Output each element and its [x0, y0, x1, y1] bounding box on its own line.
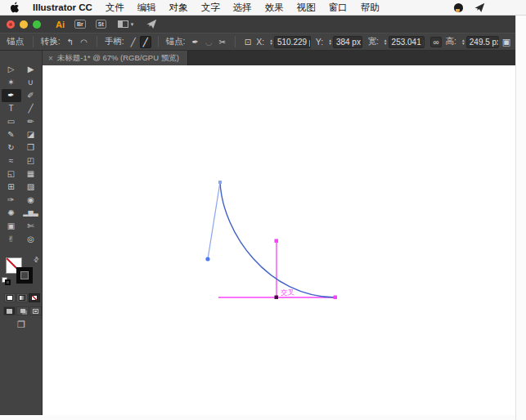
- eyedropper-icon: ✑: [7, 196, 14, 204]
- remove-anchor-icon[interactable]: ✒: [189, 37, 200, 47]
- magic-wand-icon: ✶: [7, 78, 14, 87]
- stock-button[interactable]: St: [96, 20, 106, 29]
- direct-selection-tool[interactable]: ▷: [2, 63, 21, 76]
- rotate-tool[interactable]: ↻: [2, 141, 21, 154]
- width-icon: ≈: [9, 157, 14, 165]
- type-icon: T: [8, 105, 13, 113]
- symbol-sprayer-tool[interactable]: ✺: [2, 207, 21, 220]
- artboard-canvas[interactable]: 交叉: [43, 65, 515, 415]
- width-stepper[interactable]: ▴ ▾: [384, 38, 387, 45]
- selection-icon: ▶: [28, 65, 34, 74]
- draw-behind-button[interactable]: [16, 306, 29, 315]
- connect-endpoints-icon[interactable]: ◡: [203, 37, 215, 47]
- hand-tool[interactable]: ✌: [2, 233, 21, 246]
- free-transform-tool[interactable]: ❐: [21, 141, 41, 154]
- default-fill-stroke-icon[interactable]: [2, 277, 11, 285]
- hand-icon: ✌: [7, 235, 14, 244]
- intersection-anchor[interactable]: [275, 296, 279, 300]
- x-stepper[interactable]: ▴ ▾: [270, 38, 272, 45]
- mesh-tool[interactable]: ▦: [21, 168, 41, 181]
- width-tool[interactable]: ≈: [2, 154, 21, 168]
- close-window-button[interactable]: [7, 20, 15, 29]
- pen-drawing: 交叉: [43, 65, 515, 415]
- screen-mode-button[interactable]: ❐: [0, 319, 43, 330]
- workspace-switcher[interactable]: ▾: [118, 20, 134, 28]
- reference-point-icon[interactable]: ⊡: [242, 37, 254, 47]
- eraser-tool[interactable]: ◪: [21, 128, 41, 141]
- menu-item-view[interactable]: 视图: [297, 2, 316, 14]
- magic-wand-tool[interactable]: ✶: [2, 76, 21, 89]
- swap-fill-stroke-icon[interactable]: ⇄: [32, 255, 41, 264]
- none-chip-icon: [31, 295, 38, 301]
- slice-tool[interactable]: ✄: [21, 220, 41, 233]
- perspective-selection-tool[interactable]: ◰: [21, 154, 41, 168]
- shaper-tool[interactable]: ✎: [2, 128, 21, 141]
- bridge-button[interactable]: Br: [74, 20, 86, 29]
- anchor-point-top[interactable]: [218, 181, 222, 184]
- width-value-field[interactable]: 253.041 p: [389, 36, 425, 48]
- color-button[interactable]: [4, 293, 16, 302]
- none-button[interactable]: [29, 293, 40, 302]
- apple-icon[interactable]: [10, 2, 20, 13]
- menu-item-window[interactable]: 窗口: [329, 2, 348, 14]
- zoom-tool[interactable]: ◎: [21, 233, 41, 246]
- selection-tool[interactable]: ▶: [21, 63, 41, 76]
- stepper-down-icon[interactable]: ▾: [384, 42, 387, 45]
- height-value-field[interactable]: 249.5 px: [466, 36, 499, 48]
- mesh-icon: ▦: [27, 170, 34, 178]
- document-tab[interactable]: × 未标题-1* @ 67% (RGB/GPU 预览): [43, 51, 188, 65]
- hide-handles-icon[interactable]: ╱: [140, 36, 151, 48]
- curvature-tool[interactable]: ✐: [21, 89, 41, 102]
- menu-item-effect[interactable]: 效果: [265, 2, 284, 14]
- y-value-field[interactable]: 384 px: [333, 36, 362, 48]
- draw-normal-button[interactable]: [3, 306, 16, 315]
- shape-builder-tool[interactable]: ◱: [2, 168, 21, 181]
- lasso-tool[interactable]: ∪: [21, 76, 41, 89]
- transform-panel-icon[interactable]: ▣: [502, 37, 510, 47]
- shaper-icon: ✎: [7, 131, 14, 139]
- convert-to-corner-icon[interactable]: ↰: [65, 37, 76, 47]
- cut-path-icon[interactable]: ✂: [217, 37, 228, 47]
- column-graph-tool[interactable]: ▂▆▃: [21, 207, 41, 220]
- menubar-status-icon[interactable]: [454, 3, 463, 12]
- gradient-tool[interactable]: ▨: [21, 181, 41, 194]
- y-stepper[interactable]: ▴ ▾: [329, 38, 331, 45]
- blend-tool[interactable]: ◉: [21, 194, 41, 207]
- stepper-down-icon[interactable]: ▾: [329, 42, 331, 45]
- draw-inside-button[interactable]: [29, 306, 42, 315]
- pen-tool[interactable]: ✒: [2, 89, 21, 102]
- gradient-button[interactable]: [16, 293, 28, 302]
- menu-item-type[interactable]: 文字: [201, 2, 220, 14]
- lasso-icon: ∪: [28, 78, 34, 87]
- rectangle-tool[interactable]: ▭: [2, 115, 21, 128]
- type-tool[interactable]: T: [2, 102, 21, 115]
- zoom-icon: ◎: [27, 235, 34, 244]
- stepper-down-icon[interactable]: ▾: [270, 42, 272, 45]
- show-handles-icon[interactable]: ╱: [128, 37, 138, 47]
- menubar-send-icon[interactable]: [474, 2, 485, 13]
- minimize-window-button[interactable]: [20, 20, 28, 29]
- close-tab-icon[interactable]: ×: [48, 54, 53, 63]
- artboard-tool[interactable]: ▣: [2, 220, 21, 233]
- stroke-swatch[interactable]: [16, 267, 33, 284]
- paintbrush-tool[interactable]: ✏: [21, 115, 41, 128]
- link-dimensions-icon[interactable]: ∞: [430, 37, 441, 47]
- draw-behind-icon: [20, 309, 25, 313]
- stepper-down-icon[interactable]: ▾: [462, 42, 465, 45]
- menu-item-object[interactable]: 对象: [169, 2, 188, 14]
- perspective-grid-tool[interactable]: ⊞: [2, 181, 21, 194]
- handle-endpoint[interactable]: [205, 257, 209, 261]
- zoom-window-button[interactable]: [33, 20, 41, 29]
- menu-app-name[interactable]: Illustrator CC: [33, 2, 92, 12]
- share-icon[interactable]: [146, 19, 157, 29]
- height-label: 高:: [446, 36, 456, 47]
- menu-item-help[interactable]: 帮助: [361, 2, 380, 14]
- convert-to-smooth-icon[interactable]: ◠: [78, 37, 90, 47]
- eyedropper-tool[interactable]: ✑: [2, 194, 21, 207]
- height-stepper[interactable]: ▴ ▾: [462, 38, 465, 45]
- line-segment-tool[interactable]: ╱: [21, 102, 41, 115]
- menu-item-file[interactable]: 文件: [106, 2, 124, 14]
- x-value-field[interactable]: 510.229 p: [274, 36, 311, 48]
- menu-item-edit[interactable]: 编辑: [137, 2, 156, 14]
- menu-item-select[interactable]: 选择: [233, 2, 252, 14]
